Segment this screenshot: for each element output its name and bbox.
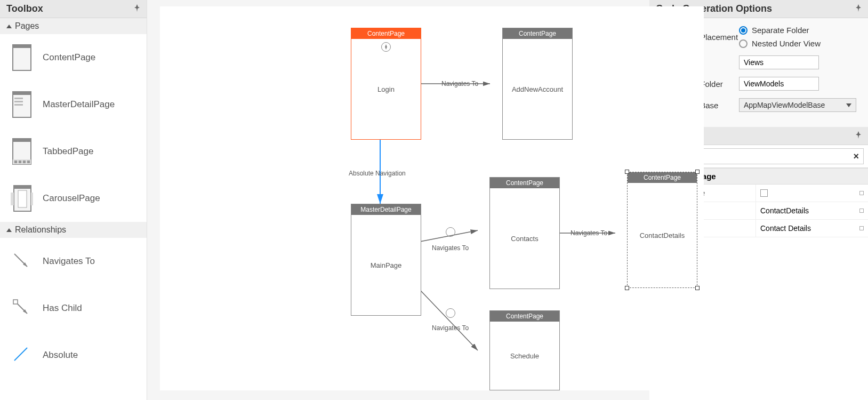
- radio-label: Nested Under View: [752, 39, 821, 48]
- toolbox-title: Toolbox: [6, 3, 43, 14]
- compass-icon: [381, 42, 391, 52]
- tool-haschild[interactable]: Has Child: [0, 285, 147, 332]
- relationships-section-header[interactable]: Relationships: [0, 222, 147, 238]
- svg-rect-4: [14, 98, 23, 99]
- prop-value[interactable]: [756, 185, 868, 202]
- tool-absolute[interactable]: Absolute: [0, 332, 147, 379]
- prop-value[interactable]: Contact Details: [756, 220, 868, 237]
- compass-icon: [446, 308, 455, 318]
- radio-separate-folder[interactable]: Separate Folder: [739, 26, 821, 35]
- tool-contentpage[interactable]: ContentPage: [0, 34, 147, 81]
- reset-icon[interactable]: [859, 191, 864, 195]
- svg-rect-1: [13, 45, 31, 48]
- chevron-up-icon: [6, 25, 12, 28]
- reset-icon[interactable]: [859, 209, 864, 213]
- node-mainpage[interactable]: MasterDetailPage MainPage: [351, 204, 421, 316]
- compass-icon: [446, 227, 455, 237]
- node-body: AddNewAccount: [503, 39, 572, 139]
- pin-icon[interactable]: [134, 3, 140, 14]
- reset-icon[interactable]: [859, 226, 864, 230]
- svg-rect-0: [13, 45, 31, 70]
- svg-marker-30: [385, 44, 387, 50]
- svg-rect-5: [14, 101, 23, 102]
- svg-rect-15: [14, 186, 31, 189]
- connectors-layer: [160, 6, 704, 390]
- carouselpage-icon: [11, 183, 33, 213]
- svg-rect-17: [11, 193, 14, 205]
- pages-section-header[interactable]: Pages: [0, 18, 147, 34]
- tool-label: Navigates To: [43, 256, 95, 267]
- vm-folder-input[interactable]: [739, 77, 819, 91]
- node-label: Login: [377, 85, 395, 93]
- svg-rect-12: [23, 161, 26, 163]
- radio-icon: [739, 39, 748, 48]
- tool-label: Absolute: [43, 350, 78, 361]
- node-header: ContentPage: [490, 178, 559, 188]
- properties-search-input[interactable]: ×: [693, 148, 864, 164]
- node-body: Schedule: [490, 322, 559, 390]
- edge-label: Absolute Navigation: [349, 170, 406, 177]
- svg-rect-8: [13, 139, 31, 142]
- svg-rect-11: [19, 161, 21, 163]
- node-label: Schedule: [510, 352, 539, 360]
- chevron-up-icon: [6, 228, 12, 232]
- node-label: AddNewAccount: [512, 85, 563, 93]
- svg-rect-10: [14, 161, 17, 163]
- edge-label: Navigates To: [441, 80, 478, 87]
- tool-label: Has Child: [43, 303, 82, 314]
- resize-handle[interactable]: [625, 286, 629, 290]
- prop-text: Contact Details: [760, 224, 811, 233]
- node-contacts[interactable]: ContentPage Contacts: [489, 177, 560, 289]
- tool-label: TabbedPage: [43, 146, 93, 157]
- edge-label: Navigates To: [432, 244, 469, 252]
- svg-rect-16: [18, 190, 27, 207]
- pin-icon[interactable]: [855, 130, 862, 141]
- node-contactdetails[interactable]: ContentPage ContactDetails: [627, 172, 697, 288]
- vm-base-value: AppMapViewModelBase: [744, 101, 825, 109]
- node-body: MainPage: [351, 215, 421, 315]
- edge-label: Navigates To: [570, 229, 607, 237]
- tool-tabbedpage[interactable]: TabbedPage: [0, 128, 147, 175]
- toolbox-header: Toolbox: [0, 0, 147, 18]
- node-header: ContentPage: [628, 172, 697, 183]
- vm-base-select[interactable]: AppMapViewModelBase: [739, 98, 856, 112]
- svg-rect-21: [13, 300, 18, 304]
- radio-label: Separate Folder: [752, 26, 809, 35]
- node-header: MasterDetailPage: [351, 204, 421, 215]
- resize-handle[interactable]: [695, 170, 700, 174]
- node-header: ContentPage: [490, 311, 559, 322]
- radio-icon: [739, 26, 748, 35]
- prop-text: ContactDetails: [760, 206, 809, 215]
- pages-section-label: Pages: [15, 21, 39, 31]
- canvas-surface[interactable]: ContentPage Login ContentPage AddNewAcco…: [160, 6, 704, 390]
- tool-label: MasterDetailPage: [43, 99, 115, 110]
- navigatesto-icon: [11, 246, 33, 276]
- absolute-icon: [11, 340, 33, 370]
- resize-handle[interactable]: [625, 170, 629, 174]
- node-addnewaccount[interactable]: ContentPage AddNewAccount: [502, 28, 573, 140]
- svg-rect-18: [31, 193, 33, 205]
- node-label: MainPage: [371, 261, 402, 269]
- prop-value[interactable]: ContactDetails: [756, 202, 868, 219]
- edge-label: Navigates To: [432, 324, 469, 332]
- node-schedule[interactable]: ContentPage Schedule: [489, 310, 560, 390]
- node-login[interactable]: ContentPage Login: [351, 28, 421, 140]
- resize-handle[interactable]: [695, 286, 700, 290]
- radio-nested-under-view[interactable]: Nested Under View: [739, 39, 821, 48]
- masterdetailpage-icon: [11, 90, 33, 119]
- tool-carouselpage[interactable]: CarouselPage: [0, 175, 147, 222]
- pin-icon[interactable]: [855, 3, 862, 14]
- node-body: ContactDetails: [628, 183, 697, 287]
- tool-masterdetailpage[interactable]: MasterDetailPage: [0, 81, 147, 128]
- diagram-canvas[interactable]: ContentPage Login ContentPage AddNewAcco…: [147, 0, 649, 400]
- view-folder-input[interactable]: [739, 55, 819, 69]
- tool-navigatesto[interactable]: Navigates To: [0, 238, 147, 285]
- relationships-section-label: Relationships: [15, 225, 66, 235]
- tool-label: CarouselPage: [43, 193, 100, 204]
- haschild-icon: [11, 293, 33, 323]
- tabbedpage-icon: [11, 137, 33, 166]
- checkbox-icon[interactable]: [760, 189, 768, 197]
- clear-icon[interactable]: ×: [853, 151, 859, 162]
- toolbox-panel: Toolbox Pages ContentPage MasterDetailPa…: [0, 0, 147, 400]
- node-body: Contacts: [490, 188, 559, 289]
